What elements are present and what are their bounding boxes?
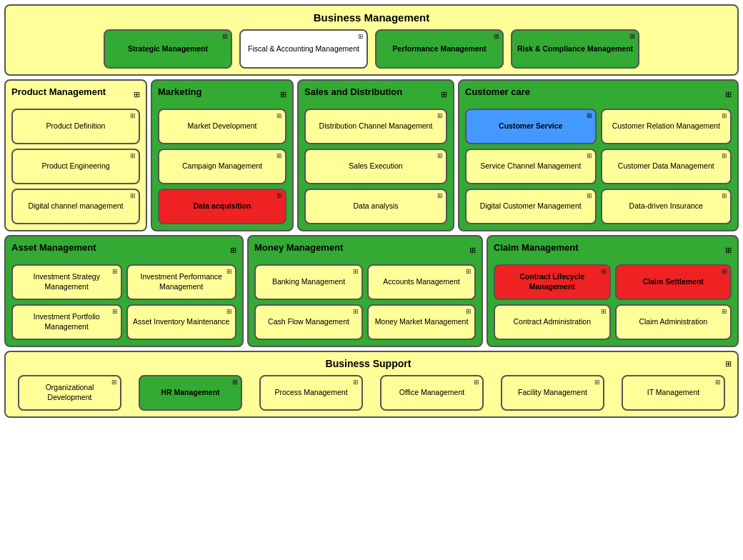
- card-investment-portfolio[interactable]: ⊞ Investment Portfolio Management: [11, 304, 122, 340]
- card-investment-performance[interactable]: ⊞ Investment Performance Management: [126, 264, 237, 300]
- card-facility-mgmt[interactable]: ⊞ Facility Management: [501, 375, 604, 411]
- business-management-section: Business Management ⊞ Strategic Manageme…: [4, 4, 739, 76]
- grid-icon: ⊞: [437, 192, 443, 199]
- asset-right: ⊞ Investment Performance Management ⊞ As…: [126, 264, 237, 340]
- card-customer-data[interactable]: ⊞ Customer Data Management: [601, 149, 732, 184]
- asset-management-section: Asset Management ⊞ ⊞ Investment Strategy…: [4, 235, 244, 347]
- card-distribution-channel[interactable]: ⊞ Distribution Channel Management: [304, 109, 447, 144]
- grid-icon: ⊞: [466, 268, 472, 275]
- card-data-acquisition[interactable]: ⊞ Data acquisition: [158, 189, 286, 224]
- product-management-section: Product Management ⊞ ⊞ Product Definitio…: [4, 79, 147, 231]
- grid-icon: ⊞: [226, 308, 232, 315]
- grid-icon: ⊞: [130, 112, 136, 119]
- card-accounts[interactable]: ⊞ Accounts Management: [367, 264, 476, 300]
- grid-icon: ⊞: [276, 152, 282, 159]
- card-service-channel[interactable]: ⊞ Service Channel Management: [465, 149, 597, 184]
- grid-icon: ⊞: [722, 152, 727, 159]
- money-right: ⊞ Accounts Management ⊞ Money Market Man…: [367, 264, 476, 340]
- performance-management-label: Performance Management: [392, 44, 486, 54]
- money-left: ⊞ Banking Management ⊞ Cash Flow Managem…: [254, 264, 363, 340]
- grid-icon: ⊞: [466, 308, 472, 315]
- card-investment-strategy[interactable]: ⊞ Investment Strategy Management: [11, 264, 122, 300]
- marketing-section: Marketing ⊞ ⊞ Market Development ⊞ Campa…: [151, 79, 294, 231]
- sales-dist-cards: ⊞ Distribution Channel Management ⊞ Sale…: [304, 109, 447, 224]
- claim-management-section: Claim Management ⊞ ⊞ Contract Lifecycle …: [487, 235, 739, 347]
- grid-icon: ⊞: [353, 268, 359, 275]
- card-data-analysis[interactable]: ⊞ Data analysis: [304, 189, 447, 224]
- card-hr-mgmt[interactable]: ⊞ HR Management: [139, 375, 242, 411]
- grid-icon: ⊞: [437, 112, 443, 119]
- grid-icon: ⊞: [469, 246, 476, 255]
- claim-right: ⊞ Claim Settlement ⊞ Claim Administratio…: [615, 264, 732, 340]
- grid-icon: ⊞: [280, 90, 286, 99]
- customer-care-right: ⊞ Customer Relation Management ⊞ Custome…: [601, 109, 732, 224]
- money-mgmt-cards: ⊞ Banking Management ⊞ Cash Flow Managem…: [254, 264, 476, 340]
- marketing-cards: ⊞ Market Development ⊞ Campaign Manageme…: [158, 109, 286, 224]
- grid-icon: ⊞: [601, 308, 607, 315]
- card-sales-execution[interactable]: ⊞ Sales Execution: [304, 149, 447, 184]
- grid-icon: ⊞: [112, 268, 118, 275]
- card-campaign-mgmt[interactable]: ⊞ Campaign Management: [158, 149, 286, 184]
- grid-icon: ⊞: [725, 246, 732, 255]
- grid-icon: ⊞: [353, 379, 359, 386]
- card-claim-admin[interactable]: ⊞ Claim Administration: [615, 304, 732, 340]
- card-contract-lifecycle[interactable]: ⊞ Contract Lifecycle Management: [494, 264, 611, 300]
- bm-card-fiscal[interactable]: ⊞ Fiscal & Accounting Management: [239, 29, 368, 69]
- card-data-driven[interactable]: ⊞ Data-driven Insurance: [601, 189, 732, 224]
- bm-card-performance[interactable]: ⊞ Performance Management: [375, 29, 504, 69]
- middle-row: Product Management ⊞ ⊞ Product Definitio…: [4, 79, 739, 231]
- grid-icon: ⊞: [601, 268, 607, 275]
- card-customer-service[interactable]: ⊞ Customer Service: [465, 109, 597, 144]
- grid-icon: ⊞: [441, 90, 447, 99]
- grid-icon: ⊞: [715, 379, 721, 386]
- grid-icon: ⊞: [276, 112, 282, 119]
- grid-icon: ⊞: [111, 379, 117, 386]
- card-banking[interactable]: ⊞ Banking Management: [254, 264, 363, 300]
- money-mgmt-title: Money Management: [254, 242, 343, 253]
- product-mgmt-title: Product Management: [11, 86, 106, 97]
- card-org-dev[interactable]: ⊞ Organizational Development: [18, 375, 121, 411]
- card-digital-channel[interactable]: ⊞ Digital channel management: [11, 189, 140, 224]
- grid-icon: ⊞: [353, 308, 359, 315]
- card-claim-settlement[interactable]: ⊞ Claim Settlement: [615, 264, 732, 300]
- card-product-engineering[interactable]: ⊞ Product Engineering: [11, 149, 140, 184]
- fiscal-management-label: Fiscal & Accounting Management: [248, 44, 359, 54]
- customer-care-title: Customer care: [465, 86, 530, 97]
- card-contract-admin[interactable]: ⊞ Contract Administration: [494, 304, 611, 340]
- grid-icon: ⊞: [722, 268, 727, 275]
- strategic-management-label: Strategic Management: [128, 44, 208, 54]
- card-product-definition[interactable]: ⊞ Product Definition: [11, 109, 140, 144]
- grid-icon: ⊞: [112, 308, 118, 315]
- bm-card-risk[interactable]: ⊞ Risk & Compliance Management: [511, 29, 639, 69]
- card-market-dev[interactable]: ⊞ Market Development: [158, 109, 286, 144]
- card-money-market[interactable]: ⊞ Money Market Management: [367, 304, 476, 340]
- grid-icon: ⊞: [629, 33, 635, 40]
- card-cash-flow[interactable]: ⊞ Cash Flow Management: [254, 304, 363, 340]
- customer-care-left: ⊞ Customer Service ⊞ Service Channel Man…: [465, 109, 597, 224]
- card-it-mgmt[interactable]: ⊞ IT Management: [622, 375, 725, 411]
- card-asset-inventory[interactable]: ⊞ Asset Inventory Maintenance: [126, 304, 237, 340]
- money-management-section: Money Management ⊞ ⊞ Banking Management …: [247, 235, 483, 347]
- grid-icon: ⊞: [130, 152, 136, 159]
- grid-icon: ⊞: [722, 112, 727, 119]
- grid-icon: ⊞: [725, 359, 732, 369]
- asset-mgmt-title: Asset Management: [11, 242, 96, 253]
- card-customer-relation[interactable]: ⊞ Customer Relation Management: [601, 109, 732, 144]
- card-office-mgmt[interactable]: ⊞ Office Management: [380, 375, 484, 411]
- sales-dist-title: Sales and Distribution: [304, 86, 402, 97]
- grid-icon: ⊞: [276, 192, 282, 199]
- grid-icon: ⊞: [130, 192, 136, 199]
- card-process-mgmt[interactable]: ⊞ Process Management: [259, 375, 363, 411]
- bm-card-strategic[interactable]: ⊞ Strategic Management: [104, 29, 232, 69]
- grid-icon: ⊞: [587, 192, 592, 199]
- grid-icon: ⊞: [226, 268, 232, 275]
- claim-left: ⊞ Contract Lifecycle Management ⊞ Contra…: [494, 264, 611, 340]
- customer-care-cards: ⊞ Customer Service ⊞ Service Channel Man…: [465, 109, 732, 224]
- card-digital-customer[interactable]: ⊞ Digital Customer Management: [465, 189, 597, 224]
- customer-care-section: Customer care ⊞ ⊞ Customer Service ⊞ Ser…: [458, 79, 739, 231]
- claim-mgmt-title: Claim Management: [494, 242, 578, 253]
- grid-icon: ⊞: [594, 379, 600, 386]
- risk-management-label: Risk & Compliance Management: [517, 44, 633, 54]
- sales-distribution-section: Sales and Distribution ⊞ ⊞ Distribution …: [297, 79, 454, 231]
- grid-icon: ⊞: [437, 152, 443, 159]
